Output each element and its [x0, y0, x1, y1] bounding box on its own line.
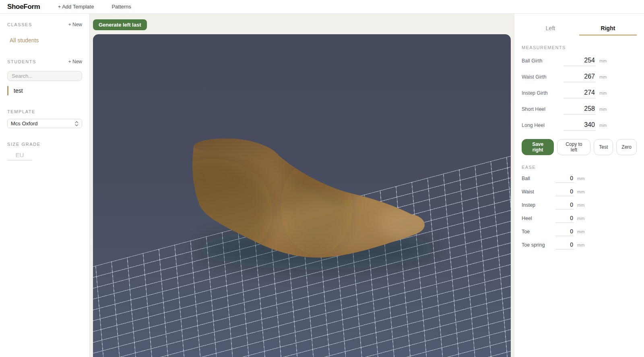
nav-add-template[interactable]: + Add Template — [58, 4, 94, 10]
short-heel-input[interactable] — [564, 105, 596, 114]
measurement-label: Long Heel — [522, 122, 564, 128]
ease-label: Toe spring — [522, 242, 555, 248]
chevron-up-down-icon — [75, 121, 78, 127]
instep-girth-input[interactable] — [564, 89, 596, 98]
measurements-header: MEASUREMENTS — [522, 45, 637, 50]
ease-label: Waist — [522, 189, 555, 195]
ease-label: Toe — [522, 229, 555, 235]
measurement-label: Ball Girth — [522, 58, 564, 64]
unit-label: mm — [574, 203, 637, 208]
ease-row: Toe mm — [522, 228, 637, 236]
top-nav: ShoeForm + Add Template Patterns — [0, 0, 644, 14]
unit-label: mm — [574, 176, 637, 181]
student-search-input[interactable] — [7, 71, 82, 81]
test-button[interactable]: Test — [594, 139, 613, 155]
ball-girth-input[interactable] — [564, 57, 596, 66]
ease-toe-spring-input[interactable] — [555, 241, 574, 249]
measurement-label: Short Heel — [522, 106, 564, 112]
template-header: TEMPLATE — [7, 109, 82, 114]
measurement-panel: Left Right MEASUREMENTS Ball Girth mm Wa… — [514, 14, 644, 357]
ease-row: Heel mm — [522, 215, 637, 223]
shoe-last-model — [93, 34, 511, 357]
ease-row: Instep mm — [522, 201, 637, 210]
sidebar-item-all-students[interactable]: All students — [10, 37, 82, 44]
zero-button[interactable]: Zero — [616, 139, 637, 155]
unit-label: mm — [596, 91, 637, 95]
unit-label: mm — [574, 189, 637, 194]
unit-label: mm — [596, 75, 637, 79]
long-heel-input[interactable] — [564, 121, 596, 131]
waist-girth-input[interactable] — [564, 73, 596, 82]
unit-label: mm — [574, 243, 637, 247]
unit-label: mm — [596, 58, 637, 63]
new-class-button[interactable]: + New — [68, 22, 82, 27]
app-logo: ShoeForm — [7, 3, 40, 11]
nav-patterns[interactable]: Patterns — [111, 4, 131, 10]
unit-label: mm — [574, 216, 637, 221]
measurement-label: Waist Girth — [522, 74, 564, 80]
unit-label: mm — [596, 107, 637, 112]
ease-row: Toe spring mm — [522, 241, 637, 249]
tab-right[interactable]: Right — [579, 23, 637, 35]
ease-ball-input[interactable] — [555, 175, 574, 183]
ease-row: Waist mm — [522, 188, 637, 196]
student-name: test — [14, 87, 23, 94]
side-tabs: Left Right — [522, 23, 637, 35]
student-list-item[interactable]: test — [7, 86, 82, 95]
sidebar: CLASSES + New All students STUDENTS + Ne… — [0, 14, 90, 357]
measurement-row: Long Heel mm — [522, 121, 637, 131]
main-area: Generate left last — [90, 14, 514, 357]
students-header: STUDENTS — [7, 59, 36, 64]
unit-label: mm — [596, 123, 637, 128]
save-right-button[interactable]: Save right — [522, 139, 554, 155]
generate-left-last-button[interactable]: Generate left last — [93, 19, 147, 30]
copy-to-left-button[interactable]: Copy to left — [557, 139, 590, 155]
size-grade-header: SIZE GRADE — [7, 142, 82, 147]
ease-header: EASE — [522, 165, 637, 170]
ease-heel-input[interactable] — [555, 215, 574, 223]
new-student-button[interactable]: + New — [68, 59, 82, 64]
viewport-3d[interactable] — [93, 34, 511, 357]
ease-label: Heel — [522, 216, 555, 221]
measurement-row: Instep Girth mm — [522, 89, 637, 98]
template-selected-value: Mcs Oxford — [11, 120, 75, 127]
tab-left[interactable]: Left — [522, 23, 579, 35]
ease-toe-input[interactable] — [555, 228, 574, 236]
measurement-row: Short Heel mm — [522, 105, 637, 114]
ease-label: Instep — [522, 202, 555, 208]
ease-row: Ball mm — [522, 175, 637, 183]
classes-header: CLASSES — [7, 22, 32, 27]
measurement-label: Instep Girth — [522, 90, 564, 96]
ease-label: Ball — [522, 176, 555, 181]
ease-instep-input[interactable] — [555, 201, 574, 210]
size-grade-input[interactable] — [7, 151, 32, 160]
unit-label: mm — [574, 229, 637, 234]
selected-indicator — [7, 86, 8, 95]
template-select[interactable]: Mcs Oxford — [7, 119, 82, 128]
measurement-row: Ball Girth mm — [522, 57, 637, 66]
ease-waist-input[interactable] — [555, 188, 574, 196]
measurement-row: Waist Girth mm — [522, 73, 637, 82]
